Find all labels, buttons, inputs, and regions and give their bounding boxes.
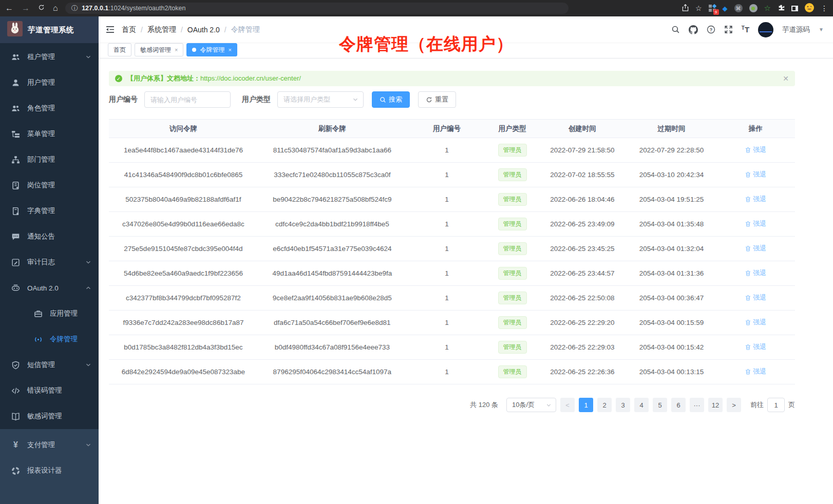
action-cell: 强退 xyxy=(716,237,795,261)
breadcrumb-item[interactable]: 首页 xyxy=(122,25,136,34)
force-logout-button[interactable]: 强退 xyxy=(745,342,766,352)
search-icon[interactable] xyxy=(671,25,680,34)
force-logout-button[interactable]: 强退 xyxy=(745,195,766,204)
refresh-token-cell: b0df4980ffd34c67a08f9156e4eee733 xyxy=(258,335,407,360)
expire-time-cell: 2054-03-04 01:31:36 xyxy=(627,261,716,286)
tab[interactable]: 令牌管理× xyxy=(186,43,237,56)
sidebar-item-errcode[interactable]: 错误码管理 xyxy=(0,378,99,403)
help-icon[interactable]: ? xyxy=(707,25,715,34)
force-logout-button[interactable]: 强退 xyxy=(745,170,766,179)
create-time-cell: 2022-06-25 22:26:36 xyxy=(538,360,627,384)
profile-avatar-icon[interactable] xyxy=(805,3,814,14)
app-title: 芋道管理系统 xyxy=(28,25,74,35)
share-icon[interactable] xyxy=(682,4,689,13)
expire-time-cell: 2054-03-04 01:35:48 xyxy=(627,212,716,237)
home-icon[interactable]: ⌂ xyxy=(53,4,58,13)
user-type-select[interactable]: 请选择用户类型 xyxy=(277,91,364,108)
user-id-input[interactable] xyxy=(144,91,231,108)
page-size-select[interactable]: 10条/页 xyxy=(506,398,556,412)
sidebar-item-menu-tree[interactable]: 菜单管理 xyxy=(0,121,99,147)
extension-recorder-icon[interactable] xyxy=(749,4,758,12)
page-button-2[interactable]: 2 xyxy=(597,398,612,412)
table-column-header: 访问令牌 xyxy=(109,120,258,138)
address-bar[interactable]: ⓘ 127.0.0.1:1024/system/oauth2/token xyxy=(65,3,569,14)
sidebar-item-oauth[interactable]: OAuth 2.0 xyxy=(0,275,99,301)
access-token-cell: 275e5de9151045fe87cbdc395e004f4d xyxy=(109,237,258,261)
force-logout-button[interactable]: 强退 xyxy=(745,268,766,278)
caret-down-icon[interactable]: ▼ xyxy=(819,27,824,32)
collapse-sidebar-icon[interactable] xyxy=(106,26,115,33)
tab[interactable]: 敏感词管理× xyxy=(135,43,183,56)
sidebar-item-user[interactable]: 用户管理 xyxy=(0,70,99,95)
alert-close-icon[interactable]: ✕ xyxy=(783,74,789,83)
fullscreen-icon[interactable] xyxy=(724,25,733,34)
page-button-5[interactable]: 5 xyxy=(653,398,667,412)
action-cell: 强退 xyxy=(716,138,795,163)
force-logout-button[interactable]: 强退 xyxy=(745,293,766,302)
access-token-cell: 6d842e2924594de9a09e45e087323abe xyxy=(109,360,258,384)
menu-kebab-icon[interactable]: ⋮ xyxy=(821,4,828,12)
alert-link[interactable]: https://doc.iocoder.cn/user-center/ xyxy=(200,74,301,82)
force-logout-button[interactable]: 强退 xyxy=(745,318,766,327)
sidebar-item-role[interactable]: 角色管理 xyxy=(0,95,99,121)
page-button-4[interactable]: 4 xyxy=(634,398,649,412)
sidebar-menu: 租户管理用户管理角色管理菜单管理部门管理岗位管理字典管理通知公告审计日志OAut… xyxy=(0,43,99,429)
user-avatar[interactable] xyxy=(758,22,773,37)
sidebar-item-app[interactable]: 应用管理 xyxy=(0,301,99,326)
side-panel-icon[interactable] xyxy=(791,6,798,11)
back-icon[interactable]: ← xyxy=(5,4,13,13)
sidebar-item-notice[interactable]: 通知公告 xyxy=(0,224,99,249)
page-button-6[interactable]: 6 xyxy=(671,398,686,412)
sidebar-item-audit[interactable]: 审计日志 xyxy=(0,249,99,275)
sidebar-item-post[interactable]: 岗位管理 xyxy=(0,172,99,198)
forward-icon[interactable]: → xyxy=(22,4,30,13)
search-icon xyxy=(380,96,386,103)
breadcrumb-item[interactable]: OAuth 2.0 xyxy=(187,26,220,34)
page-button-3[interactable]: 3 xyxy=(616,398,630,412)
extension-star-icon[interactable]: ☆ xyxy=(764,4,771,13)
extension-command-icon[interactable]: ⌘ xyxy=(734,4,743,12)
access-token-cell: c342377bf8b344799dcbf7bf095287f2 xyxy=(109,286,258,311)
bookmark-star-icon[interactable]: ☆ xyxy=(695,4,702,12)
force-logout-button[interactable]: 强退 xyxy=(745,145,766,154)
sidebar-item-sensitive[interactable]: 敏感词管理 xyxy=(0,403,99,429)
goto-page-input[interactable] xyxy=(767,398,785,412)
sidebar-item-sms[interactable]: 短信管理 xyxy=(0,352,99,378)
next-page-button[interactable]: > xyxy=(727,398,741,412)
force-logout-button[interactable]: 强退 xyxy=(745,244,766,253)
breadcrumb-item[interactable]: 系统管理 xyxy=(147,25,176,34)
page-button-12[interactable]: 12 xyxy=(708,398,723,412)
reset-button[interactable]: 重置 xyxy=(418,91,456,108)
prev-page-button[interactable]: < xyxy=(560,398,575,412)
extension-grid-icon[interactable]: 9 xyxy=(709,5,716,12)
success-check-icon: ✓ xyxy=(115,75,122,82)
sidebar-item-tenant[interactable]: 租户管理 xyxy=(0,44,99,70)
action-cell: 强退 xyxy=(716,286,795,311)
sidebar-item-report[interactable]: 报表设计器 xyxy=(0,458,99,483)
sidebar-item-pay[interactable]: ¥支付管理 xyxy=(0,432,99,458)
tab-close-icon[interactable]: × xyxy=(228,47,231,53)
tab[interactable]: 首页 xyxy=(108,43,131,56)
force-logout-button[interactable]: 强退 xyxy=(745,219,766,228)
create-time-cell: 2022-06-25 22:50:08 xyxy=(538,286,627,311)
font-size-icon[interactable]: TT xyxy=(742,25,749,34)
search-button[interactable]: 搜索 xyxy=(372,91,410,108)
github-icon[interactable] xyxy=(689,25,698,34)
sidebar-item-token[interactable]: 令牌管理 xyxy=(0,326,99,352)
extensions-puzzle-icon[interactable] xyxy=(778,4,785,13)
tab-close-icon[interactable]: × xyxy=(175,47,178,53)
breadcrumb-separator: / xyxy=(224,26,226,34)
page-button-1[interactable]: 1 xyxy=(579,398,593,412)
sidebar-item-label: 菜单管理 xyxy=(27,129,55,139)
force-logout-button[interactable]: 强退 xyxy=(745,367,766,376)
table-column-header: 用户编号 xyxy=(407,120,487,138)
sidebar-item-dict[interactable]: 字典管理 xyxy=(0,198,99,224)
audit-icon xyxy=(11,258,20,267)
breadcrumb: 首页/系统管理/OAuth 2.0/令牌管理 xyxy=(122,25,260,34)
sidebar-item-dept[interactable]: 部门管理 xyxy=(0,147,99,172)
site-info-icon[interactable]: ⓘ xyxy=(71,4,78,13)
extension-gem-icon[interactable]: ◆ xyxy=(723,5,728,12)
page-ellipsis[interactable]: ··· xyxy=(690,398,704,412)
expire-time-cell: 2054-03-04 00:15:42 xyxy=(627,335,716,360)
reload-icon[interactable] xyxy=(38,4,45,13)
